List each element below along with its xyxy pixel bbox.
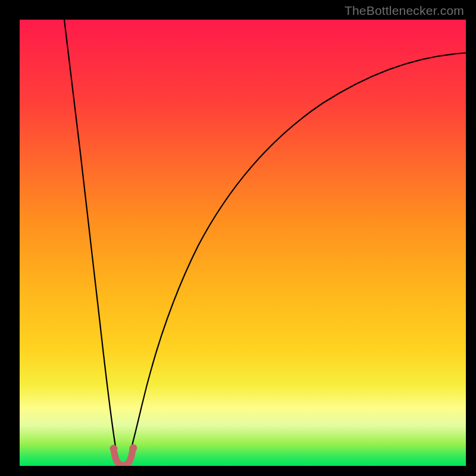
marker-end-right bbox=[130, 444, 137, 452]
right-branch-curve bbox=[127, 53, 466, 461]
minimum-marker bbox=[114, 449, 133, 465]
watermark-text: TheBottlenecker.com bbox=[345, 4, 464, 18]
left-branch-curve bbox=[64, 20, 120, 461]
plot-area bbox=[20, 20, 466, 466]
curve-layer bbox=[20, 20, 466, 466]
marker-end-left bbox=[110, 445, 118, 453]
chart-frame: TheBottlenecker.com bbox=[0, 0, 476, 476]
